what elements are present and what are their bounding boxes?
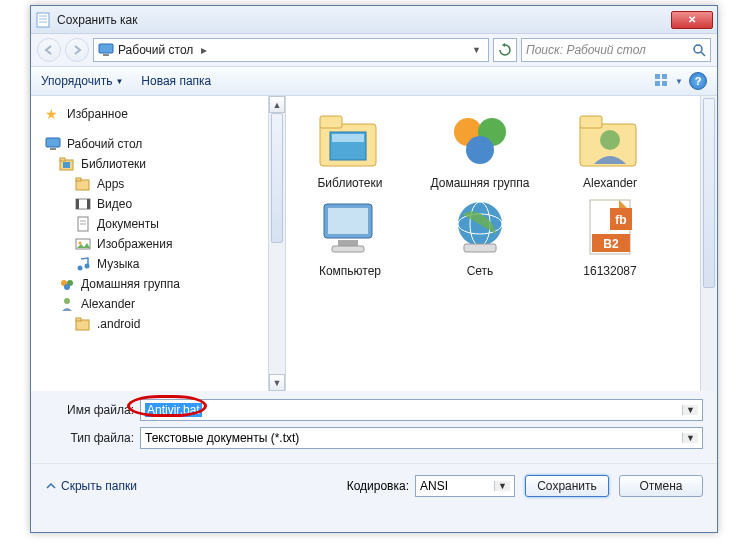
sidebar-item-libraries[interactable]: Библиотеки	[31, 154, 285, 174]
sidebar: ★Избранное Рабочий стол Библиотеки Apps …	[31, 96, 286, 391]
footer: Скрыть папки Кодировка: ANSI▼ Сохранить …	[31, 463, 717, 507]
list-item[interactable]: Домашняя группа	[420, 108, 540, 190]
scroll-down-icon[interactable]: ▼	[269, 374, 285, 391]
search-input[interactable]: Поиск: Рабочий стол	[521, 38, 711, 62]
libraries-icon	[314, 108, 386, 172]
save-button[interactable]: Сохранить	[525, 475, 609, 497]
sidebar-item-documents[interactable]: Документы	[31, 214, 285, 234]
sidebar-item-desktop[interactable]: Рабочий стол	[31, 134, 285, 154]
encoding-select[interactable]: ANSI▼	[415, 475, 515, 497]
homegroup-icon	[444, 108, 516, 172]
svg-point-28	[85, 264, 90, 269]
svg-point-31	[64, 284, 70, 290]
svg-rect-12	[46, 138, 60, 147]
svg-rect-36	[320, 116, 342, 128]
svg-rect-21	[87, 199, 90, 209]
document-icon	[75, 216, 91, 232]
address-dropdown-icon[interactable]: ▼	[469, 45, 484, 55]
svg-rect-16	[63, 162, 70, 168]
svg-rect-46	[328, 208, 368, 234]
refresh-icon	[498, 43, 512, 57]
form-area: Имя файла: Antivir.bat▼ Тип файла: Текст…	[31, 391, 717, 463]
title-bar[interactable]: Сохранить как ✕	[31, 6, 717, 34]
arrow-right-icon	[71, 44, 83, 56]
sidebar-item-alexander[interactable]: Alexander	[31, 294, 285, 314]
view-button[interactable]: ▼	[655, 74, 683, 88]
content-area: ★Избранное Рабочий стол Библиотеки Apps …	[31, 96, 717, 391]
svg-text:fb: fb	[615, 213, 626, 227]
network-icon	[444, 196, 516, 260]
list-item[interactable]: Сеть	[420, 196, 540, 278]
forward-button[interactable]	[65, 38, 89, 62]
window-title: Сохранить как	[57, 13, 671, 27]
svg-rect-20	[76, 199, 79, 209]
back-button[interactable]	[37, 38, 61, 62]
toolbar: Упорядочить▼ Новая папка ▼ ?	[31, 66, 717, 96]
sidebar-scrollbar[interactable]: ▲▼	[268, 96, 285, 391]
svg-rect-0	[37, 13, 49, 27]
svg-rect-38	[332, 134, 364, 142]
svg-rect-18	[76, 178, 81, 181]
sidebar-item-android[interactable]: .android	[31, 314, 285, 334]
list-item[interactable]: Библиотеки	[290, 108, 410, 190]
svg-rect-15	[60, 158, 65, 161]
sidebar-item-favorites[interactable]: ★Избранное	[31, 104, 285, 124]
organize-button[interactable]: Упорядочить▼	[41, 74, 123, 88]
star-icon: ★	[45, 106, 61, 122]
search-placeholder: Поиск: Рабочий стол	[526, 43, 646, 57]
svg-text:B2: B2	[603, 237, 619, 251]
sidebar-item-video[interactable]: Видео	[31, 194, 285, 214]
sidebar-item-music[interactable]: Музыка	[31, 254, 285, 274]
list-item[interactable]: Alexander	[550, 108, 670, 190]
homegroup-icon	[59, 276, 75, 292]
encoding-label: Кодировка:	[347, 479, 409, 493]
desktop-icon	[45, 136, 61, 152]
filetype-label: Тип файла:	[45, 431, 140, 445]
file-list[interactable]: Библиотеки Домашняя группа Alexander Ком…	[286, 96, 717, 391]
sidebar-item-images[interactable]: Изображения	[31, 234, 285, 254]
folder-icon	[75, 176, 91, 192]
filename-input[interactable]: Antivir.bat▼	[140, 399, 703, 421]
address-bar[interactable]: Рабочий стол ▸ ▼	[93, 38, 489, 62]
arrow-left-icon	[43, 44, 55, 56]
scroll-up-icon[interactable]: ▲	[269, 96, 285, 113]
scroll-thumb[interactable]	[271, 113, 283, 243]
images-icon	[75, 236, 91, 252]
svg-rect-48	[332, 246, 364, 252]
svg-point-27	[78, 266, 83, 271]
chevron-up-icon	[45, 480, 57, 492]
list-item[interactable]: fbB2 16132087	[550, 196, 670, 278]
search-icon	[692, 43, 706, 57]
new-folder-button[interactable]: Новая папка	[141, 74, 211, 88]
filetype-select[interactable]: Текстовые документы (*.txt)▼	[140, 427, 703, 449]
filename-label: Имя файла:	[45, 403, 140, 417]
svg-rect-47	[338, 240, 358, 246]
cancel-button[interactable]: Отмена	[619, 475, 703, 497]
sidebar-item-homegroup[interactable]: Домашняя группа	[31, 274, 285, 294]
folder-icon	[75, 316, 91, 332]
scroll-thumb[interactable]	[703, 98, 715, 288]
address-location: Рабочий стол	[118, 43, 193, 57]
dropdown-icon[interactable]: ▼	[494, 481, 510, 491]
svg-rect-10	[655, 81, 660, 86]
svg-rect-4	[99, 44, 113, 53]
dropdown-icon[interactable]: ▼	[682, 405, 698, 415]
svg-point-41	[466, 136, 494, 164]
breadcrumb-arrow-icon[interactable]: ▸	[201, 43, 207, 57]
view-icon	[655, 74, 673, 88]
svg-point-44	[600, 130, 620, 150]
sidebar-item-apps[interactable]: Apps	[31, 174, 285, 194]
user-folder-icon	[574, 108, 646, 172]
desktop-icon	[98, 42, 114, 58]
user-icon	[59, 296, 75, 312]
dropdown-icon[interactable]: ▼	[682, 433, 698, 443]
help-button[interactable]: ?	[689, 72, 707, 90]
list-item[interactable]: Компьютер	[290, 196, 410, 278]
hide-folders-button[interactable]: Скрыть папки	[45, 479, 137, 493]
svg-rect-34	[76, 318, 81, 321]
nav-bar: Рабочий стол ▸ ▼ Поиск: Рабочий стол	[31, 34, 717, 66]
filename-value: Antivir.bat	[145, 403, 202, 417]
refresh-button[interactable]	[493, 38, 517, 62]
close-button[interactable]: ✕	[671, 11, 713, 29]
main-scrollbar[interactable]	[700, 96, 717, 391]
